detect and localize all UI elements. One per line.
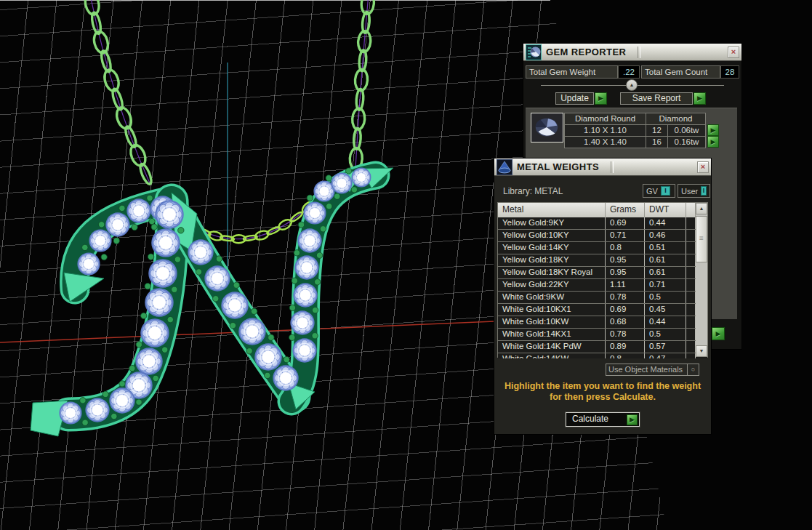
metal-table-scrollbar[interactable]: ▲ ≡ ▼: [696, 203, 707, 357]
gem-reporter-titlebar[interactable]: GEM REPORTER ×: [523, 44, 741, 61]
metal-row[interactable]: Yellow Gold:18KY Royal0.950.61: [498, 267, 707, 279]
metal-cell: 0.8: [606, 353, 645, 358]
metal-cell: 0.5: [645, 329, 686, 340]
metal-row[interactable]: White Gold:10KX10.690.45: [498, 304, 707, 316]
metal-row[interactable]: White Gold:14K PdW0.890.57: [498, 341, 707, 353]
metal-cell: 0.5: [645, 292, 686, 303]
metal-row[interactable]: White Gold:14KX10.780.5: [498, 329, 707, 341]
metal-cell-empty: [686, 217, 696, 229]
metal-cell: 0.45: [645, 304, 686, 316]
metal-cell: 0.47: [645, 353, 686, 358]
metal-cell: White Gold:14KW: [498, 353, 606, 358]
titlebar-groove: [611, 161, 614, 173]
dropdown-toggle-icon[interactable]: ○: [687, 364, 699, 375]
metal-cell-empty: [686, 353, 696, 358]
save-report-button[interactable]: Save Report: [620, 92, 693, 105]
close-icon[interactable]: ×: [728, 47, 739, 58]
metal-row[interactable]: White Gold:9KW0.780.5: [498, 292, 707, 304]
user-toggle-icon[interactable]: I: [701, 186, 707, 196]
metal-row[interactable]: Yellow Gold:22KY1.110.71: [498, 279, 707, 292]
metal-row[interactable]: Yellow Gold:9KY0.690.44: [498, 217, 707, 230]
metal-cell: 0.44: [645, 316, 686, 328]
gv-toggle-icon[interactable]: I: [661, 186, 670, 196]
total-gem-weight-value: .22: [618, 65, 640, 79]
close-icon[interactable]: ×: [697, 161, 709, 173]
metal-cell: 0.61: [645, 267, 686, 278]
diamond-thumbnail-image: [531, 113, 563, 142]
metal-cell: 1.11: [606, 279, 645, 291]
metal-cell: Yellow Gold:10KY: [498, 230, 606, 241]
collapse-arrow-button[interactable]: ▲: [626, 79, 638, 91]
user-button[interactable]: User I: [678, 184, 710, 198]
metal-cell: White Gold:14K PdW: [498, 341, 606, 353]
metal-table-body: Yellow Gold:9KY0.690.44Yellow Gold:10KY0…: [498, 217, 707, 358]
metal-cell-empty: [686, 267, 696, 278]
grams-column-header[interactable]: Grams: [606, 203, 645, 217]
metal-cell: 0.8: [606, 242, 645, 254]
metal-cell: Yellow Gold:14KY: [498, 242, 606, 254]
metal-cell-empty: [686, 230, 696, 241]
instruction-line1: Highlight the item you want to find the …: [494, 381, 711, 392]
metal-row[interactable]: Yellow Gold:10KY0.710.46: [498, 230, 707, 242]
cone-icon: [497, 159, 512, 175]
metal-row[interactable]: White Gold:14KW0.80.47: [498, 353, 707, 358]
metal-cell: 0.61: [645, 254, 686, 266]
metal-cell: 0.68: [606, 316, 645, 328]
metal-weights-panel: METAL WEIGHTS × Library: METAL GV I User…: [494, 158, 711, 434]
metal-cell-empty: [686, 341, 696, 353]
gem-thumbnail: [531, 113, 563, 142]
metal-cell: White Gold:10KW: [498, 316, 606, 328]
update-go-icon[interactable]: ▶: [595, 92, 607, 105]
metal-weights-titlebar[interactable]: METAL WEIGHTS ×: [494, 158, 711, 176]
diamond-row-weight: 0.06tw: [667, 124, 706, 137]
total-gem-weight-label: Total Gem Weight: [526, 65, 618, 79]
use-object-materials-dropdown[interactable]: Use Object Materials ○: [606, 364, 699, 376]
save-report-go-icon[interactable]: ▶: [694, 92, 706, 105]
dropdown-value: Use Object Materials: [606, 364, 687, 375]
scroll-up-icon[interactable]: ▲: [696, 203, 707, 214]
titlebar-groove: [638, 47, 640, 58]
calculate-label: Calculate: [572, 414, 608, 424]
metal-cell: 0.69: [606, 304, 645, 316]
metal-cell: 0.71: [606, 230, 645, 241]
total-gem-count-label: Total Gem Count: [641, 65, 720, 79]
metal-cell: 0.71: [645, 279, 686, 291]
diamond-size-header: Diamond Round: [564, 113, 646, 125]
metal-cell-empty: [686, 254, 696, 266]
update-button[interactable]: Update: [555, 92, 594, 105]
metal-table-header: Metal Grams DWT: [498, 203, 707, 217]
gem-reporter-title: GEM REPORTER: [546, 47, 626, 57]
metal-cell: 0.78: [606, 292, 645, 303]
metal-row[interactable]: Yellow Gold:18KY0.950.61: [498, 254, 707, 267]
scroll-down-icon[interactable]: ▼: [696, 345, 707, 357]
metal-row[interactable]: White Gold:10KW0.680.44: [498, 316, 707, 329]
diamond-row-go-icon[interactable]: ▶: [707, 124, 719, 136]
metal-table: Metal Grams DWT Yellow Gold:9KY0.690.44Y…: [497, 202, 708, 358]
library-label: Library: METAL: [503, 186, 563, 196]
metal-cell: 0.57: [645, 341, 686, 353]
calculate-go-icon[interactable]: ▶: [627, 414, 638, 425]
calculate-button[interactable]: Calculate ▶: [566, 412, 640, 427]
metal-cell: White Gold:14KX1: [498, 329, 606, 340]
metal-row[interactable]: Yellow Gold:14KY0.80.51: [498, 242, 707, 254]
empty-column-header: [686, 203, 696, 217]
scrollbar-thumb[interactable]: ≡: [696, 216, 707, 262]
metal-cell: White Gold:9KW: [498, 292, 606, 303]
metal-cell: Yellow Gold:22KY: [498, 279, 606, 291]
metal-column-header[interactable]: Metal: [498, 203, 606, 217]
diamond-row-count: 16: [646, 136, 668, 148]
user-label: User: [681, 187, 698, 196]
diamond-row-size[interactable]: 1.40 X 1.40: [564, 136, 646, 148]
metal-cell: 0.51: [645, 242, 686, 254]
diamond-row-go-icon[interactable]: ▶: [707, 136, 719, 148]
gv-button[interactable]: GV I: [643, 184, 675, 198]
app-root: { "colors": { "accent_green_button": "#3…: [0, 0, 812, 530]
metal-cell-empty: [686, 329, 696, 340]
diamond-row-size[interactable]: 1.10 X 1.10: [564, 124, 646, 137]
dwt-column-header[interactable]: DWT: [645, 203, 686, 217]
metal-cell-empty: [686, 242, 696, 254]
instruction-text: Highlight the item you want to find the …: [494, 381, 711, 403]
diamond-type-header: Diamond: [646, 113, 706, 125]
panel-bottom-go-icon[interactable]: ▶: [712, 327, 725, 340]
metal-cell: 0.78: [606, 329, 645, 340]
